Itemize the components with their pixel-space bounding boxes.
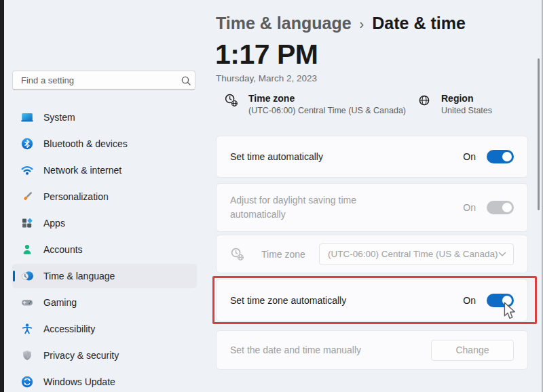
breadcrumb-separator: › xyxy=(360,15,364,32)
clock-globe-icon xyxy=(224,93,239,115)
card-time-zone: Time zone (UTC-06:00) Central Time (US &… xyxy=(216,235,528,273)
set-time-zone-automatically-toggle[interactable] xyxy=(487,294,514,307)
sidebar-item-label: Bluetooth & devices xyxy=(43,138,128,149)
sidebar-nav: System Bluetooth & devices xyxy=(12,105,197,392)
sidebar-item-bluetooth-devices[interactable]: Bluetooth & devices xyxy=(12,132,197,156)
sidebar-item-label: Personalization xyxy=(43,191,109,202)
toggle-knob xyxy=(502,203,512,212)
accounts-icon xyxy=(20,243,34,256)
sidebar-item-label: Accounts xyxy=(43,244,83,255)
sidebar-item-network-internet[interactable]: Network & internet xyxy=(12,158,197,182)
sidebar-item-gaming[interactable]: Gaming xyxy=(12,290,197,315)
settings-window: System Bluetooth & devices xyxy=(0,0,543,392)
toggle-state-label: On xyxy=(463,151,476,162)
card-set-date-time-manually: Set the date and time manually Change xyxy=(216,330,528,370)
selected-accent-bar xyxy=(13,271,15,281)
daylight-saving-toggle[interactable] xyxy=(487,201,514,214)
paintbrush-icon xyxy=(20,190,34,203)
setting-label: Time zone xyxy=(261,249,305,260)
sidebar-item-label: System xyxy=(43,112,75,123)
toggle-state-label: On xyxy=(463,202,476,213)
card-daylight-saving: Adjust for daylight saving time automati… xyxy=(216,183,528,232)
sidebar-item-label: Windows Update xyxy=(43,376,115,387)
time-zone-dropdown[interactable]: (UTC-06:00) Central Time (US & Canada) xyxy=(319,243,514,265)
clock-globe-icon-disabled xyxy=(230,247,245,262)
window-left-edge xyxy=(0,0,4,392)
timezone-value: (UTC-06:00) Central Time (US & Canada) xyxy=(248,106,406,115)
timezone-summary: Time zone (UTC-06:00) Central Time (US &… xyxy=(224,93,406,115)
sidebar-item-label: Apps xyxy=(43,218,65,229)
sidebar-item-apps[interactable]: Apps xyxy=(12,211,197,235)
region-value: United States xyxy=(441,106,492,115)
sidebar-item-time-language[interactable]: Time & language xyxy=(12,264,197,288)
sidebar-item-label: Time & language xyxy=(43,271,115,281)
current-date: Thursday, March 2, 2023 xyxy=(216,73,317,83)
sidebar-item-label: Privacy & security xyxy=(43,350,119,361)
time-zone-selected-value: (UTC-06:00) Central Time (US & Canada) xyxy=(328,249,498,259)
sidebar-item-accounts[interactable]: Accounts xyxy=(12,237,197,262)
sidebar-item-windows-update[interactable]: Windows Update xyxy=(12,370,197,392)
current-time: 1:17 PM xyxy=(215,39,318,71)
breadcrumb-parent-link[interactable]: Time & language xyxy=(216,14,352,33)
setting-label: Set time zone automatically xyxy=(230,295,346,306)
toggle-state-label: On xyxy=(463,295,476,306)
sidebar-item-label: Network & internet xyxy=(43,165,121,176)
gamepad-icon xyxy=(20,296,34,309)
globe-icon xyxy=(417,93,432,115)
chevron-down-icon xyxy=(498,252,506,257)
toggle-knob xyxy=(502,296,512,305)
change-button[interactable]: Change xyxy=(431,340,514,361)
sidebar-item-label: Gaming xyxy=(43,297,77,308)
setting-label: Adjust for daylight saving time automati… xyxy=(230,193,400,222)
shield-icon xyxy=(20,349,34,362)
search-input[interactable] xyxy=(13,75,177,85)
sidebar-item-system[interactable]: System xyxy=(12,105,197,130)
wifi-icon xyxy=(20,163,34,177)
set-time-automatically-toggle[interactable] xyxy=(487,150,514,163)
card-set-time-automatically: Set time automatically On xyxy=(216,136,528,178)
sync-icon xyxy=(20,375,34,389)
sidebar-item-label: Accessibility xyxy=(43,324,95,334)
timezone-label: Time zone xyxy=(248,93,406,104)
vertical-scrollbar-thumb[interactable] xyxy=(538,58,540,210)
bluetooth-icon xyxy=(20,137,34,151)
apps-icon xyxy=(20,216,34,230)
time-language-icon xyxy=(20,269,34,283)
page-title: Date & time xyxy=(372,14,466,33)
toggle-knob xyxy=(502,152,512,161)
accessibility-icon xyxy=(20,322,34,336)
sidebar-item-privacy-security[interactable]: Privacy & security xyxy=(12,343,197,368)
region-label: Region xyxy=(441,93,492,104)
search-icon[interactable] xyxy=(177,76,195,85)
setting-label: Set time automatically xyxy=(230,151,323,162)
search-box[interactable] xyxy=(12,71,195,90)
setting-label: Set the date and time manually xyxy=(230,345,361,355)
region-summary: Region United States xyxy=(417,93,492,115)
sidebar-item-personalization[interactable]: Personalization xyxy=(12,184,197,209)
sidebar-item-accessibility[interactable]: Accessibility xyxy=(12,317,197,341)
card-set-time-zone-automatically: Set time zone automatically On xyxy=(216,279,528,321)
system-icon xyxy=(20,111,34,124)
breadcrumb: Time & language › Date & time xyxy=(216,14,466,33)
